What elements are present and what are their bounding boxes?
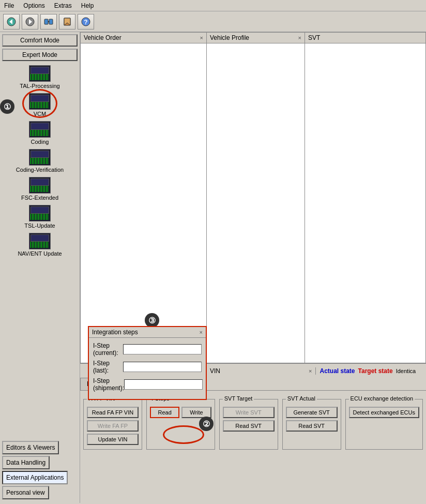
svt-body bbox=[305, 43, 425, 363]
sidebar-item-fsc-extended[interactable]: FSC-Extended bbox=[2, 175, 78, 203]
identical-label: Identica bbox=[396, 368, 416, 374]
step-3-badge: ③ bbox=[145, 313, 159, 328]
read-svt-actual-button[interactable]: Read SVT bbox=[286, 420, 338, 432]
vehicle-order-close[interactable]: × bbox=[200, 35, 203, 41]
sidebar-bottom: Editors & Viewers Data Handling External… bbox=[2, 441, 78, 501]
fa-fp-vin-group: FA FP VIN Read FA FP VIN Write FA FP Upd… bbox=[83, 399, 142, 450]
istep-last-input[interactable] bbox=[123, 362, 202, 372]
main-layout: Comfort Mode Expert Mode TAL-Processing … bbox=[0, 32, 426, 503]
data-handling-button[interactable]: Data Handling bbox=[2, 456, 50, 469]
write-svt-button[interactable]: Write SVT bbox=[223, 407, 275, 418]
sidebar-item-coding-verification[interactable]: Coding-Verification bbox=[2, 147, 78, 175]
vehicle-order-header: Vehicle Order × bbox=[81, 33, 206, 43]
expert-mode-button[interactable]: Expert Mode bbox=[2, 49, 78, 61]
vehicle-order-panel: Vehicle Order × bbox=[80, 32, 207, 363]
integration-steps-header: Integration steps × bbox=[89, 327, 206, 338]
svt-actual-group: SVT Actual Generate SVT Read SVT bbox=[282, 399, 341, 450]
fsc-extended-label: FSC-Extended bbox=[21, 195, 58, 201]
sidebar-item-tal-processing[interactable]: TAL-Processing bbox=[2, 63, 78, 91]
menu-file[interactable]: File bbox=[2, 1, 16, 10]
external-applications-button[interactable]: External Applications bbox=[2, 471, 68, 484]
svg-text:?: ? bbox=[84, 19, 87, 26]
sidebar-item-tsl-update[interactable]: TSL-Update bbox=[2, 203, 78, 231]
step-2-badge: ② bbox=[199, 417, 214, 431]
istep-shipment-row: I-Step (shipment): bbox=[93, 377, 202, 392]
help-button[interactable]: ? bbox=[78, 14, 94, 29]
read-svt-target-button[interactable]: Read SVT bbox=[223, 420, 275, 432]
vehicle-order-title: Vehicle Order bbox=[84, 34, 121, 41]
state-legend: Actual state Target state Identica bbox=[316, 367, 427, 375]
integration-steps-box: Integration steps × I-Step (current): I-… bbox=[88, 326, 207, 400]
read-isteps-button[interactable]: Read bbox=[150, 407, 179, 418]
target-state-label: Target state bbox=[358, 367, 393, 375]
coding-verification-icon bbox=[29, 149, 51, 166]
tsl-update-icon bbox=[29, 205, 51, 221]
menu-bar: File Options Extras Help bbox=[0, 0, 426, 11]
integration-steps-body: I-Step (current): I-Step (last): I-Step … bbox=[89, 338, 206, 399]
istep-shipment-label: I-Step (shipment): bbox=[93, 377, 124, 392]
nav-ent-update-label: NAV/ENT Update bbox=[18, 250, 62, 257]
istep-current-row: I-Step (current): bbox=[93, 342, 202, 357]
tsl-update-label: TSL-Update bbox=[24, 223, 55, 229]
istep-shipment-input[interactable] bbox=[124, 379, 203, 390]
integration-steps-title: Integration steps bbox=[92, 329, 138, 336]
svt-panel: SVT bbox=[305, 32, 426, 363]
panels-row: Vehicle Order × Vehicle Profile × SVT bbox=[80, 32, 426, 363]
svt-actual-title: SVT Actual bbox=[286, 395, 317, 402]
vehicle-profile-body bbox=[207, 43, 305, 363]
generate-svt-button[interactable]: Generate SVT bbox=[286, 407, 338, 418]
sidebar-item-coding[interactable]: Coding bbox=[2, 119, 78, 147]
back-button[interactable] bbox=[3, 14, 20, 29]
svg-rect-5 bbox=[49, 19, 53, 24]
actual-state-label: Actual state bbox=[320, 367, 355, 375]
vcm-label: VCM bbox=[34, 111, 46, 117]
vehicle-order-body bbox=[81, 43, 206, 363]
vin-title: VIN bbox=[210, 367, 220, 375]
comfort-mode-button[interactable]: Comfort Mode bbox=[2, 34, 78, 47]
detect-exchanged-ecus-button[interactable]: Detect exchanged ECUs bbox=[349, 407, 419, 418]
svt-title: SVT bbox=[308, 34, 320, 41]
menu-help[interactable]: Help bbox=[79, 1, 96, 10]
istep-current-label: I-Step (current): bbox=[93, 342, 123, 357]
menu-options[interactable]: Options bbox=[21, 1, 47, 10]
content-area: Vehicle Order × Vehicle Profile × SVT bbox=[80, 32, 426, 503]
write-fa-fp-button[interactable]: Write FA FP bbox=[87, 420, 139, 432]
svt-header: SVT bbox=[305, 33, 425, 43]
vehicle-profile-title: Vehicle Profile bbox=[210, 34, 249, 41]
istep-current-input[interactable] bbox=[123, 344, 202, 354]
vehicle-profile-panel: Vehicle Profile × bbox=[207, 32, 305, 363]
istep-last-row: I-Step (last): bbox=[93, 360, 202, 374]
tal-processing-icon bbox=[29, 65, 51, 82]
read-fa-fp-vin-button[interactable]: Read FA FP VIN bbox=[87, 407, 139, 418]
sidebar-item-nav-ent-update[interactable]: NAV/ENT Update bbox=[2, 231, 78, 259]
personal-view-button[interactable]: Personal view bbox=[2, 486, 49, 499]
vin-panel: VIN × bbox=[207, 367, 316, 375]
step-1-badge: ① bbox=[0, 99, 14, 114]
tab-content: FA FP VIN Read FA FP VIN Write FA FP Upd… bbox=[80, 391, 426, 453]
toolbar: ? bbox=[0, 11, 426, 32]
ecu-exchange-title: ECU exchange detection bbox=[349, 395, 415, 402]
coding-icon bbox=[29, 121, 51, 138]
ecu-exchange-group: ECU exchange detection Detect exchanged … bbox=[345, 399, 423, 450]
vin-close[interactable]: × bbox=[309, 368, 312, 374]
forward-button[interactable] bbox=[22, 14, 38, 29]
vehicle-profile-close[interactable]: × bbox=[298, 35, 301, 41]
istep-last-label: I-Step (last): bbox=[93, 360, 123, 374]
vehicle-profile-header: Vehicle Profile × bbox=[207, 33, 305, 43]
connect-button[interactable] bbox=[40, 14, 57, 29]
svt-target-group: SVT Target Write SVT Read SVT bbox=[219, 399, 278, 450]
nav-ent-update-icon bbox=[29, 233, 51, 249]
menu-extras[interactable]: Extras bbox=[52, 1, 74, 10]
tal-processing-label: TAL-Processing bbox=[20, 83, 59, 89]
editors-viewers-button[interactable]: Editors & Viewers bbox=[2, 441, 59, 454]
svg-rect-4 bbox=[44, 19, 48, 24]
svt-target-title: SVT Target bbox=[223, 395, 254, 402]
coding-verification-label: Coding-Verification bbox=[16, 167, 64, 173]
coding-label: Coding bbox=[31, 139, 49, 145]
bookmark-button[interactable] bbox=[59, 14, 75, 29]
update-vin-button[interactable]: Update VIN bbox=[87, 434, 139, 445]
fsc-extended-icon bbox=[29, 177, 51, 194]
integration-steps-close[interactable]: × bbox=[200, 329, 203, 335]
vcm-icon bbox=[29, 93, 51, 110]
